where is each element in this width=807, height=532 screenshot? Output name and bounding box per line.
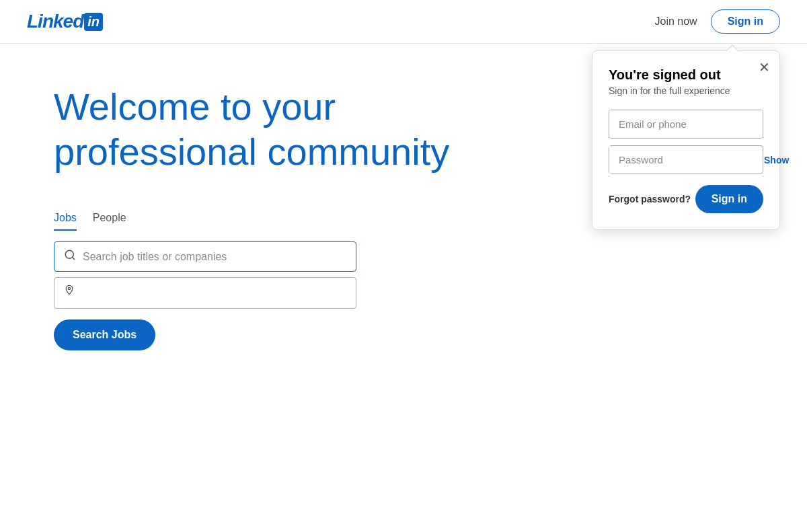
email-input[interactable] [609,110,763,138]
job-search-wrapper [54,241,356,272]
tab-people[interactable]: People [93,206,126,231]
search-jobs-button[interactable]: Search Jobs [54,319,155,350]
show-password-button[interactable]: Show [756,155,797,165]
header: Linked in Join now Sign in [0,0,807,44]
header-right: Join now Sign in [655,9,780,34]
email-input-wrapper [609,110,763,139]
search-icon [64,249,76,264]
forgot-password-link[interactable]: Forgot password? [609,194,691,204]
sign-in-header-button[interactable]: Sign in [711,9,780,34]
popup-close-button[interactable]: ✕ [759,61,770,74]
password-wrapper: Show [609,145,763,174]
search-tabs: Jobs People [54,206,457,231]
location-icon [64,284,75,301]
popup-sign-in-button[interactable]: Sign in [695,185,763,213]
hero-title: Welcome to your professional community [54,84,457,174]
location-search-input[interactable] [81,287,346,299]
popup-bottom: Forgot password? Sign in [609,185,763,213]
svg-line-1 [72,258,74,260]
password-input[interactable] [609,146,756,174]
svg-point-2 [68,288,70,290]
left-side: Welcome to your professional community J… [54,84,457,350]
logo: Linked in [27,11,103,32]
tab-jobs[interactable]: Jobs [54,206,77,231]
logo-text: Linked [27,11,83,32]
popup-title: You're signed out [609,67,763,83]
popup-subtitle: Sign in for the full experience [609,85,763,96]
popup-arrow [726,44,739,51]
logo-box: in [84,13,103,31]
search-container [54,241,356,309]
job-search-input[interactable] [83,251,346,263]
join-now-link[interactable]: Join now [655,15,697,28]
location-search-wrapper [54,277,356,309]
signin-popup: ✕ You're signed out Sign in for the full… [592,50,780,230]
main-content: Welcome to your professional community J… [0,44,807,377]
